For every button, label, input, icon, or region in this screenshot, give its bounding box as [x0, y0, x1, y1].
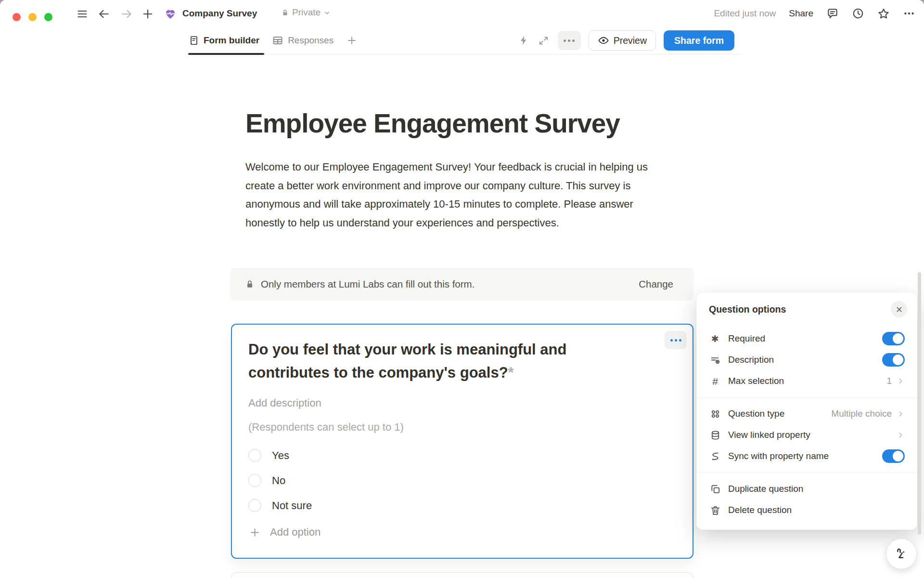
- option-label[interactable]: Not sure: [272, 499, 312, 512]
- titlebar-actions: Edited just now Share: [714, 0, 915, 27]
- sidebar-toggle-icon[interactable]: [76, 7, 89, 21]
- sync-toggle[interactable]: [882, 449, 905, 463]
- duplicate-icon: [709, 483, 721, 495]
- option-row-no[interactable]: No: [248, 474, 285, 487]
- description-toggle[interactable]: [882, 353, 905, 367]
- menu-label: Max selection: [728, 376, 784, 386]
- menu-row-delete-question[interactable]: Delete question: [696, 499, 917, 521]
- radio-circle[interactable]: [248, 499, 261, 512]
- menu-row-sync-property-name[interactable]: Sync with property name: [696, 446, 917, 467]
- share-button[interactable]: Share: [789, 8, 813, 19]
- menu-divider: [696, 473, 917, 473]
- menu-row-question-type[interactable]: Question type Multiple choice: [696, 403, 917, 424]
- menu-label: Sync with property name: [728, 451, 829, 461]
- active-tab-underline: [188, 53, 264, 55]
- plus-icon: [249, 527, 260, 538]
- toolbar-more-icon[interactable]: [558, 31, 581, 50]
- popup-title: Question options: [709, 304, 786, 315]
- menu-row-max-selection[interactable]: # Max selection 1: [696, 370, 917, 392]
- forward-icon[interactable]: [120, 7, 133, 21]
- asterisk-icon: ✱: [709, 332, 721, 345]
- menu-label: Question type: [728, 408, 784, 419]
- scrollbar-thumb[interactable]: [918, 272, 921, 535]
- view-tabstrip: Form builder Responses: [189, 27, 741, 54]
- question-description-placeholder[interactable]: Add description: [248, 397, 321, 409]
- share-form-button[interactable]: Share form: [664, 30, 734, 51]
- preview-button[interactable]: Preview: [589, 30, 656, 51]
- form-actions: Preview Share form: [517, 30, 734, 51]
- lock-icon: [245, 279, 255, 289]
- page-heart-pulse-icon: [164, 8, 177, 20]
- form-description[interactable]: Welcome to our Employee Engagement Surve…: [245, 158, 657, 232]
- form-title[interactable]: Employee Engagement Survey: [245, 108, 620, 139]
- menu-row-description[interactable]: Description: [696, 349, 917, 370]
- question-type-value: Multiple choice: [831, 408, 892, 419]
- selection-hint: (Respondents can select up to 1): [248, 421, 404, 434]
- access-notice-text: Only members at Lumi Labs can fill out t…: [261, 278, 475, 290]
- chevron-right-icon: [897, 431, 905, 439]
- tab-form-builder[interactable]: Form builder: [189, 35, 259, 46]
- automations-lightning-icon[interactable]: [517, 34, 530, 47]
- description-lines-icon: [709, 354, 721, 366]
- privacy-dropdown[interactable]: Private: [281, 7, 331, 18]
- question-text[interactable]: Do you feel that your work is meaningful…: [248, 338, 633, 384]
- tab-form-builder-label: Form builder: [204, 35, 259, 46]
- option-label[interactable]: No: [272, 474, 285, 487]
- notion-ai-face-button[interactable]: [886, 539, 917, 569]
- access-notice-bar: Only members at Lumi Labs can fill out t…: [231, 268, 693, 301]
- menu-divider: [696, 397, 917, 398]
- option-row-yes[interactable]: Yes: [248, 449, 289, 462]
- back-icon[interactable]: [97, 7, 111, 21]
- question-text-value: Do you feel that your work is meaningful…: [248, 341, 566, 381]
- responses-table-icon: [272, 35, 283, 46]
- preview-label: Preview: [614, 35, 647, 46]
- chevron-right-icon: [897, 377, 905, 385]
- question-more-icon[interactable]: [665, 331, 687, 349]
- question-card[interactable]: Do you feel that your work is meaningful…: [231, 324, 693, 559]
- next-question-card-edge[interactable]: [231, 572, 693, 578]
- menu-label: Delete question: [728, 505, 792, 515]
- minimize-window-button[interactable]: [28, 13, 37, 21]
- chevron-down-icon: [323, 9, 331, 16]
- comments-icon[interactable]: [826, 7, 839, 20]
- option-row-not-sure[interactable]: Not sure: [248, 499, 312, 512]
- add-option-button[interactable]: Add option: [249, 526, 321, 539]
- tab-responses[interactable]: Responses: [272, 35, 334, 46]
- database-icon: [709, 429, 721, 441]
- more-options-icon[interactable]: [903, 7, 915, 20]
- option-label[interactable]: Yes: [272, 449, 289, 462]
- add-tab-icon[interactable]: [346, 34, 359, 47]
- new-tab-icon[interactable]: [141, 7, 154, 21]
- form-builder-doc-icon: [189, 35, 199, 46]
- history-clock-icon[interactable]: [852, 7, 864, 20]
- notion-window: Company Survey Private Edited just now S…: [0, 0, 924, 578]
- menu-row-duplicate-question[interactable]: Duplicate question: [696, 478, 917, 499]
- edited-status: Edited just now: [714, 8, 776, 19]
- privacy-label: Private: [292, 7, 321, 18]
- sync-curve-icon: [709, 450, 721, 462]
- radio-circle[interactable]: [248, 474, 261, 487]
- eye-icon: [598, 35, 609, 46]
- close-window-button[interactable]: [13, 13, 21, 21]
- required-toggle[interactable]: [882, 332, 905, 345]
- titlebar: Company Survey Private Edited just now S…: [0, 0, 924, 27]
- document-title[interactable]: Company Survey: [182, 8, 257, 19]
- lock-icon: [281, 8, 289, 17]
- menu-label: Description: [728, 355, 774, 365]
- fullscreen-window-button[interactable]: [44, 13, 52, 21]
- question-options-popup: Question options ✱ Required Description …: [696, 292, 917, 530]
- menu-row-view-linked-property[interactable]: View linked property: [696, 424, 917, 446]
- radio-circle[interactable]: [248, 449, 261, 462]
- required-asterisk: *: [508, 364, 514, 381]
- change-access-button[interactable]: Change: [639, 278, 673, 290]
- menu-row-required[interactable]: ✱ Required: [696, 328, 917, 349]
- trash-icon: [709, 504, 721, 516]
- menu-label: Duplicate question: [728, 484, 803, 494]
- question-type-grid-icon: [709, 407, 721, 420]
- close-icon[interactable]: [891, 301, 907, 317]
- favorite-star-icon[interactable]: [877, 7, 890, 20]
- expand-diagonal-icon[interactable]: [538, 34, 550, 47]
- max-selection-value: 1: [886, 376, 892, 386]
- chevron-right-icon: [897, 410, 905, 418]
- hash-icon: #: [709, 375, 721, 387]
